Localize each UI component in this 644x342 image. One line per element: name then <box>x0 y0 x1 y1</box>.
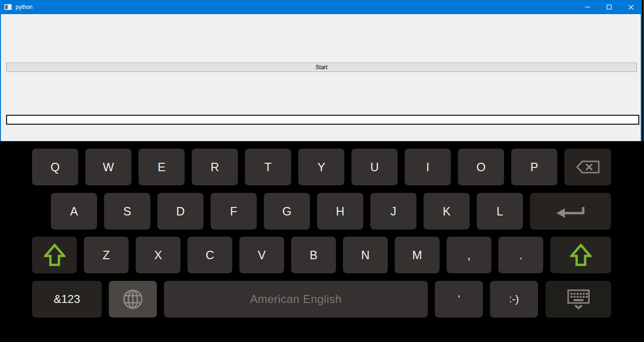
keyboard-dismiss-icon <box>567 289 590 310</box>
key-shift-right[interactable] <box>550 237 611 273</box>
start-button[interactable]: Start <box>6 63 637 72</box>
window-content: Start <box>0 14 642 141</box>
key-enter[interactable] <box>530 193 611 230</box>
key-b[interactable]: B <box>291 237 336 273</box>
key-k[interactable]: K <box>424 193 470 230</box>
key-s[interactable]: S <box>104 193 150 230</box>
globe-icon <box>122 288 144 310</box>
keyboard-row-1: Q W E R T Y U I O P <box>0 149 644 185</box>
key-y[interactable]: Y <box>298 149 344 185</box>
app-window: python Start <box>0 0 642 141</box>
key-dismiss-keyboard[interactable] <box>546 281 611 318</box>
shift-icon <box>570 243 592 267</box>
key-c[interactable]: C <box>187 237 232 273</box>
key-h[interactable]: H <box>317 193 363 230</box>
maximize-icon <box>606 4 612 10</box>
key-backspace[interactable] <box>564 149 611 185</box>
key-d[interactable]: D <box>157 193 204 230</box>
maximize-button[interactable] <box>598 0 620 14</box>
key-z[interactable]: Z <box>84 237 129 273</box>
key-g[interactable]: G <box>264 193 310 230</box>
key-i[interactable]: I <box>405 149 451 185</box>
close-icon <box>628 4 634 10</box>
tk-app-icon <box>4 3 12 11</box>
key-comma[interactable]: , <box>447 237 491 273</box>
key-apostrophe[interactable]: ' <box>435 281 483 318</box>
key-u[interactable]: U <box>351 149 398 185</box>
minimize-icon <box>585 4 590 10</box>
window-controls <box>577 0 642 14</box>
key-m[interactable]: M <box>395 237 440 273</box>
key-period[interactable]: . <box>498 237 543 273</box>
key-shift-left[interactable] <box>32 237 77 273</box>
key-space[interactable]: American English <box>164 281 428 318</box>
key-l[interactable]: L <box>477 193 523 230</box>
key-x[interactable]: X <box>136 237 180 273</box>
backspace-icon <box>576 160 600 174</box>
touch-keyboard: Q W E R T Y U I O P A S D F G H J K L <box>0 141 644 342</box>
key-v[interactable]: V <box>239 237 284 273</box>
key-p[interactable]: P <box>511 149 557 185</box>
keyboard-row-3: Z X C V B N M , . <box>0 237 644 273</box>
enter-icon <box>555 203 586 219</box>
screen: { "titlebar": { "title": "python", "icon… <box>0 0 644 342</box>
key-symbols[interactable]: &123 <box>32 281 102 318</box>
key-o[interactable]: O <box>458 149 504 185</box>
key-e[interactable]: E <box>139 149 185 185</box>
key-n[interactable]: N <box>343 237 388 273</box>
close-button[interactable] <box>620 0 642 14</box>
key-a[interactable]: A <box>51 193 97 230</box>
shift-icon <box>44 243 65 267</box>
text-entry[interactable] <box>6 115 639 125</box>
minimize-button[interactable] <box>577 0 598 14</box>
key-t[interactable]: T <box>245 149 291 185</box>
key-emoticon[interactable]: :-) <box>490 281 538 318</box>
key-w[interactable]: W <box>85 149 131 185</box>
key-q[interactable]: Q <box>32 149 78 185</box>
titlebar[interactable]: python <box>0 0 642 14</box>
key-language[interactable] <box>109 281 157 318</box>
key-j[interactable]: J <box>370 193 416 230</box>
keyboard-row-2: A S D F G H J K L <box>0 193 644 230</box>
key-f[interactable]: F <box>211 193 257 230</box>
key-r[interactable]: R <box>192 149 238 185</box>
keyboard-row-4: &123 American English ' :-) <box>0 281 644 318</box>
window-title: python <box>16 4 33 10</box>
